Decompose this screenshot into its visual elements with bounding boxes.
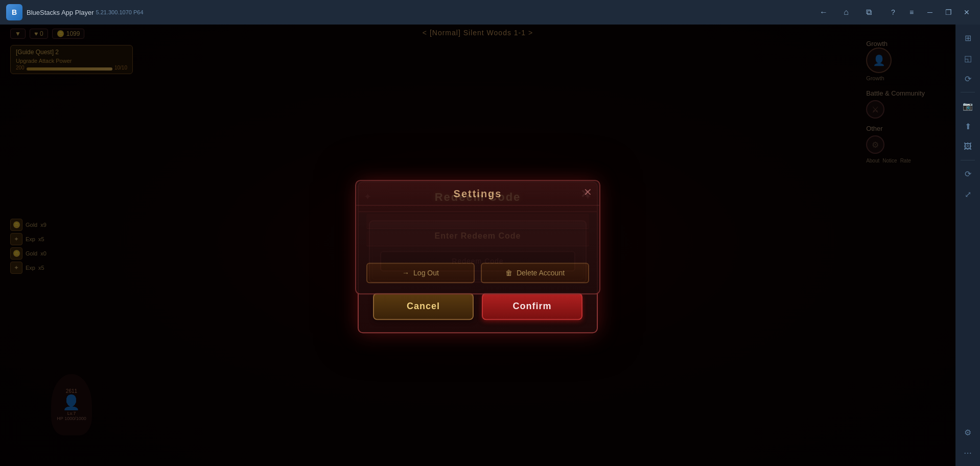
logout-label: Log Out [413, 269, 439, 277]
delete-icon: 🗑 [505, 269, 512, 277]
settings-window: Settings ✕ → Log Out 🗑 Delete Account [355, 180, 600, 294]
close-button[interactable]: ✕ [960, 5, 974, 19]
settings-row [366, 214, 589, 229]
game-area: ▼ ♥ 0 🪙 1099 < [Normal] Silent Woods 1-1… [0, 25, 955, 466]
settings-content [356, 205, 599, 257]
confirm-button[interactable]: Confirm [482, 293, 582, 320]
settings-footer: → Log Out 🗑 Delete Account [356, 257, 599, 283]
sidebar-resize-btn[interactable]: ⊞ [959, 29, 977, 47]
sidebar-separator [961, 92, 975, 92]
app-name: BlueStacks App Player [27, 9, 94, 16]
titlebar: B BlueStacks App Player 5.21.300.1070 P6… [0, 0, 980, 25]
app-version: 5.21.300.1070 P64 [96, 9, 144, 15]
sidebar-fullscreen-btn[interactable]: ⤢ [959, 185, 977, 203]
right-sidebar: ⊞ ◱ ⟳ 📷 ⬆ 🖼 ⟳ ⤢ ⚙ ⋯ [955, 25, 980, 466]
delete-account-label: Delete Account [517, 269, 565, 277]
cancel-button[interactable]: Cancel [373, 293, 474, 320]
sidebar-zoom-btn[interactable]: ⟳ [959, 165, 977, 183]
app-logo: B [6, 4, 22, 20]
logout-icon: → [402, 269, 409, 277]
restore-button[interactable]: ❐ [941, 5, 955, 19]
sidebar-upload-btn[interactable]: ⬆ [959, 117, 977, 135]
sidebar-camera-btn[interactable]: 📷 [959, 97, 977, 115]
window-controls: ? ≡ ─ ❐ ✕ [886, 5, 974, 19]
minimize-button[interactable]: ─ [923, 5, 937, 19]
logo-text: B [12, 8, 17, 16]
settings-close-icon[interactable]: ✕ [584, 186, 592, 198]
help-button[interactable]: ? [886, 5, 900, 19]
menu-button[interactable]: ≡ [904, 5, 919, 19]
redeem-buttons: Cancel Confirm [369, 291, 587, 324]
settings-header: Settings ✕ [356, 181, 599, 205]
sidebar-portrait-btn[interactable]: ◱ [959, 49, 977, 67]
home-button[interactable]: ⌂ [839, 5, 853, 19]
back-button[interactable]: ← [816, 5, 831, 19]
sidebar-settings-btn[interactable]: ⚙ [959, 423, 977, 441]
sidebar-screenshot-btn[interactable]: 🖼 [959, 137, 977, 156]
copy-button[interactable]: ⧉ [861, 5, 876, 19]
logout-button[interactable]: → Log Out [366, 263, 475, 283]
sidebar-separator2 [961, 160, 975, 160]
delete-account-button[interactable]: 🗑 Delete Account [481, 263, 589, 283]
settings-row [366, 231, 589, 246]
titlebar-nav: ← ⌂ ⧉ [816, 5, 876, 19]
sidebar-rotate-btn[interactable]: ⟳ [959, 69, 977, 88]
sidebar-more-btn[interactable]: ⋯ [959, 444, 977, 462]
settings-title: Settings [454, 188, 502, 199]
